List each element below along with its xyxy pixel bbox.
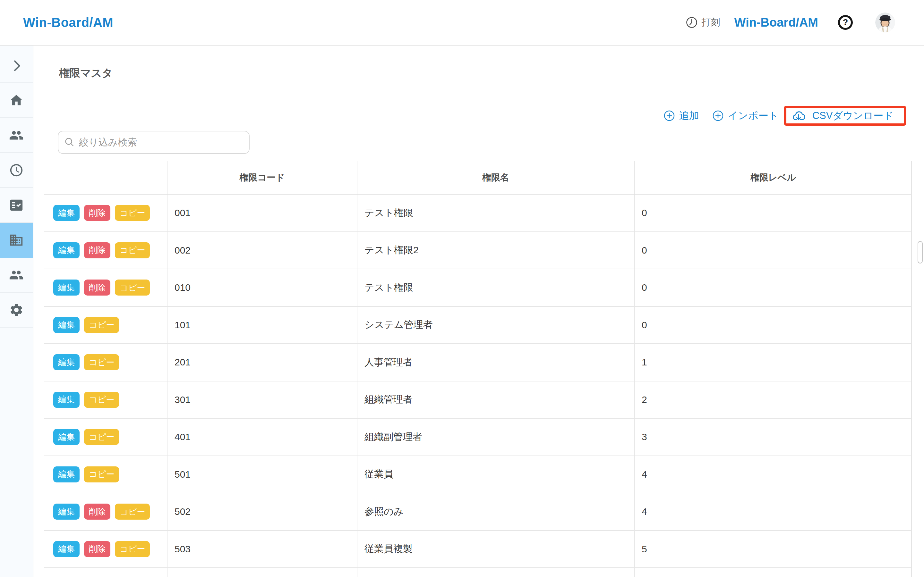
row-level-cell: 3 [634,419,912,456]
clock-icon [686,16,698,29]
import-button[interactable]: インポート [712,109,779,122]
sidebar-item-users[interactable] [0,258,33,293]
edit-button[interactable]: 編集 [53,205,79,221]
row-level-cell: 0 [634,232,912,269]
header-actions [44,161,167,194]
sidebar-item-settings[interactable] [0,293,33,327]
delete-button[interactable]: 削除 [84,504,110,520]
copy-button[interactable]: コピー [84,317,119,333]
row-code-cell: 201 [167,344,357,381]
row-code-cell: 002 [167,232,357,269]
plus-circle-icon [712,110,724,121]
people-icon [9,128,24,143]
row-actions-cell: 編集コピー [44,344,167,381]
topbar-right: 打刻 Win-Board/AM ? [686,13,895,32]
edit-button[interactable]: 編集 [53,279,79,295]
delete-button[interactable]: 削除 [84,279,110,295]
row-code-cell: 010 [167,269,357,306]
row-level-cell: 5 [634,531,912,568]
edit-button[interactable]: 編集 [53,317,79,333]
row-level-cell: 1 [634,344,912,381]
row-actions-cell: 編集削除コピー [44,531,167,568]
people-icon [9,268,24,282]
table-row: 編集削除コピー 503 従業員複製 5 [44,531,911,568]
edit-button[interactable]: 編集 [53,354,79,370]
app-logo-right[interactable]: Win-Board/AM [734,16,818,29]
home-icon [9,93,24,108]
edit-button[interactable]: 編集 [53,242,79,258]
row-actions-cell: 編集コピー [44,456,167,493]
edit-button[interactable]: 編集 [53,392,79,408]
sidebar-nav [0,45,33,577]
sidebar-item-approval[interactable] [0,188,33,223]
page-title: 権限マスタ [59,66,113,81]
row-name-cell: 人事管理者 [357,344,634,381]
import-label: インポート [728,109,779,122]
row-actions-cell: 編集コピー [44,382,167,418]
app-logo[interactable]: Win-Board/AM [23,15,113,30]
filter-search-box [58,131,250,154]
search-input[interactable] [79,137,243,148]
permissions-table: 権限コード 権限名 権限レベル 編集削除コピー 001 テスト権限 0 編集削除… [44,161,912,577]
sidebar-item-home[interactable] [0,83,33,118]
sidebar-item-organization[interactable] [0,223,33,258]
edit-button[interactable]: 編集 [53,541,79,557]
row-name-cell: 従業員複製 [357,531,634,568]
delete-button[interactable]: 削除 [84,242,110,258]
clock-icon [9,163,24,177]
copy-button[interactable]: コピー [84,392,119,408]
edit-button[interactable]: 編集 [53,466,79,482]
copy-button[interactable]: コピー [115,242,150,258]
row-name-cell: 従業員 [357,456,634,493]
copy-button[interactable]: コピー [84,429,119,445]
table-body: 編集削除コピー 001 テスト権限 0 編集削除コピー 002 テスト権限2 0… [44,195,911,568]
copy-button[interactable]: コピー [84,466,119,482]
row-actions-cell: 編集削除コピー [44,195,167,231]
copy-button[interactable]: コピー [115,205,150,221]
copy-button[interactable]: コピー [115,541,150,557]
edit-button[interactable]: 編集 [53,429,79,445]
row-actions-cell: 編集コピー [44,307,167,343]
csv-download-button[interactable]: CSVダウンロード [791,109,893,122]
sidebar-item-expand[interactable] [0,48,33,83]
header-code: 権限コード [167,161,357,194]
row-code-cell: 401 [167,419,357,456]
row-code-cell: 501 [167,456,357,493]
help-icon[interactable]: ? [838,15,853,30]
header-name: 権限名 [357,161,634,194]
row-level-cell: 2 [634,382,912,418]
row-name-cell: 組織管理者 [357,382,634,418]
vertical-scrollbar-thumb[interactable] [918,241,923,263]
copy-button[interactable]: コピー [115,504,150,520]
delete-button[interactable]: 削除 [84,205,110,221]
plus-circle-icon [664,110,675,121]
table-row: 編集削除コピー 002 テスト権限2 0 [44,232,911,269]
punch-label: 打刻 [702,16,720,29]
row-code-cell: 101 [167,307,357,343]
row-code-cell: 503 [167,531,357,568]
row-level-cell: 0 [634,269,912,306]
user-avatar[interactable] [875,13,895,32]
delete-button[interactable]: 削除 [84,541,110,557]
add-button[interactable]: 追加 [664,109,699,122]
edit-button[interactable]: 編集 [53,504,79,520]
copy-button[interactable]: コピー [115,279,150,295]
row-code-cell: 001 [167,195,357,231]
search-icon [64,137,75,148]
row-name-cell: テスト権限 [357,269,634,306]
sidebar-item-attendance[interactable] [0,153,33,188]
row-name-cell: テスト権限 [357,195,634,231]
building-icon [9,233,24,247]
sidebar-item-members[interactable] [0,118,33,153]
app-window: Win-Board/AM 打刻 Win-Board/AM ? [0,0,924,577]
gear-icon [9,303,24,318]
table-row: 編集コピー 101 システム管理者 0 [44,307,911,344]
row-level-cell: 4 [634,493,912,530]
header-level: 権限レベル [634,161,912,194]
punch-clock-button[interactable]: 打刻 [686,16,720,29]
table-row: 編集削除コピー 502 参照のみ 4 [44,493,911,531]
action-links-row: 追加 インポート CSVダウンロード [664,106,906,126]
copy-button[interactable]: コピー [84,354,119,370]
top-header: Win-Board/AM 打刻 Win-Board/AM ? [0,0,924,45]
row-name-cell: テスト権限2 [357,232,634,269]
